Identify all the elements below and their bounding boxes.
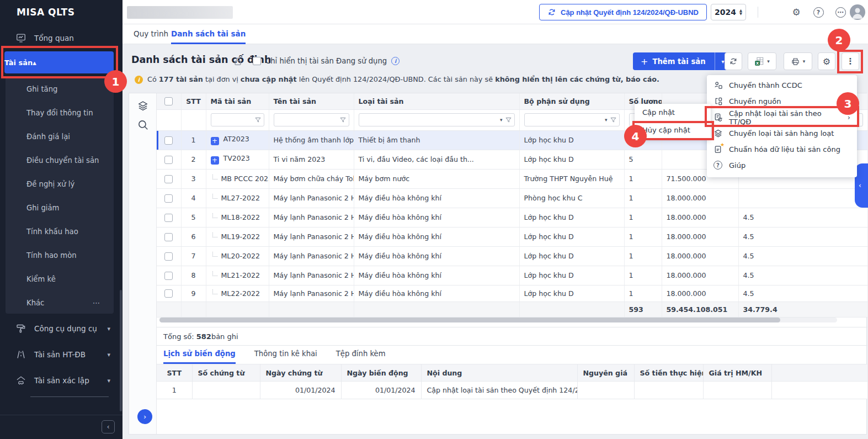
row-checkbox[interactable] xyxy=(164,214,173,222)
expand-panel-button[interactable]: › xyxy=(137,409,152,424)
sidebar-item-tinh-hao-mon[interactable]: Tính hao mòn xyxy=(6,244,114,267)
table-row[interactable]: 4 ML27-2022 Máy lạnh Panasonic 2 HP CS-N… xyxy=(157,188,867,208)
sidebar-item-label: Tài sản xyxy=(4,59,33,67)
layers-icon xyxy=(713,129,723,138)
settings-gear-icon[interactable]: ⚙ xyxy=(789,5,803,19)
svg-text:X: X xyxy=(756,61,759,66)
sidebar-item-dieu-chuyen[interactable]: Điều chuyển tài sản xyxy=(6,149,114,172)
menu-item-bulk-change-type[interactable]: Chuyển loại tài sản hàng loạt xyxy=(707,125,857,141)
sidebar-item-ghi-giam[interactable]: Ghi giảm xyxy=(6,196,114,220)
tab-asset-list[interactable]: Danh sách tài sản xyxy=(171,24,246,44)
layers-icon[interactable] xyxy=(137,100,149,112)
dropdown-caret-icon[interactable]: ▾ xyxy=(500,117,503,123)
unlock-icon[interactable] xyxy=(233,56,243,66)
submenu-item-cancel-update[interactable]: Hủy cập nhật xyxy=(635,121,711,139)
record-count: Tổng số: 582 bản ghi xyxy=(157,327,867,346)
table-row[interactable]: 5 ML18-2022 Máy lạnh Panasonic 2 HP CS-N… xyxy=(157,208,867,227)
col-stt: STT xyxy=(157,364,192,382)
sidebar-item-overview[interactable]: Tổng quan xyxy=(0,26,123,50)
filter-type-select[interactable] xyxy=(361,116,498,124)
sidebar-item-infrastructure[interactable]: Tài sản HT-ĐB ▾ xyxy=(0,342,123,367)
print-button[interactable]: ▾ xyxy=(784,52,812,70)
sidebar-scrollbar[interactable] xyxy=(120,290,122,411)
table-settings-gear-icon[interactable]: ⚙ xyxy=(818,52,835,70)
table-row[interactable]: 7 ML20-2022 Máy lạnh Panasonic 2 HP CS-N… xyxy=(157,246,867,266)
info-icon[interactable]: i xyxy=(391,57,400,65)
col-type[interactable]: Loại tài sản xyxy=(354,93,519,109)
sidebar-item-kiem-ke[interactable]: Kiểm kê xyxy=(6,267,114,291)
menu-item-convert-source[interactable]: Chuyển nguồn xyxy=(707,93,857,109)
col-stt[interactable]: STT xyxy=(181,93,206,109)
search-icon[interactable] xyxy=(137,119,149,131)
add-asset-button[interactable]: + Thêm tài sản ▾ xyxy=(633,52,731,70)
filter-dept-select[interactable] xyxy=(527,116,603,124)
col-name[interactable]: Tên tài sản xyxy=(269,93,354,109)
horizontal-scrollbar[interactable] xyxy=(159,318,837,322)
document-star-icon: ★ xyxy=(713,145,723,154)
car-roof-icon xyxy=(15,375,26,386)
sidebar-item-de-nghi-xu-ly[interactable]: Đề nghị xử lý xyxy=(6,172,114,196)
tree-branch-icon xyxy=(212,289,217,294)
year-stepper-icon[interactable]: ▲▼ xyxy=(739,9,742,15)
update-decision-button[interactable]: Cập nhật Quyết định 124/2024/QĐ-UBND xyxy=(539,4,707,20)
select-all-header[interactable] xyxy=(157,93,181,109)
row-checkbox[interactable] xyxy=(164,175,173,183)
menu-item-standardize-data[interactable]: ★ Chuẩn hóa dữ liệu tài sản công xyxy=(707,141,857,157)
topbar-divider xyxy=(758,7,758,18)
refresh-button[interactable] xyxy=(725,52,742,70)
menu-item-convert-ccdc[interactable]: Chuyển thành CCDC xyxy=(707,77,857,93)
row-checkbox[interactable] xyxy=(164,233,173,241)
sidebar-item-tinh-khau-hao[interactable]: Tính khấu hao xyxy=(6,220,114,244)
submenu-item-update[interactable]: Cập nhật xyxy=(635,104,711,121)
tab-process[interactable]: Quy trình xyxy=(134,24,168,44)
table-row[interactable]: 8 ML21-2022 Máy lạnh Panasonic 2 HP CS-N… xyxy=(157,266,867,285)
table-row[interactable]: 6 ML19-2022 Máy lạnh Panasonic 2 HP CS-N… xyxy=(157,227,867,246)
col-dept[interactable]: Bộ phận sử dụng xyxy=(519,93,624,109)
expand-row-icon[interactable]: + xyxy=(211,137,219,145)
menu-item-update-asset-type[interactable]: Cập nhật loại tài sản theo TT/QĐ › xyxy=(707,109,857,125)
chevron-up-icon: ▴ xyxy=(33,59,36,67)
filter-name-input[interactable] xyxy=(276,116,337,124)
tab-attachments[interactable]: Tệp đính kèm xyxy=(336,346,386,364)
select-all-checkbox[interactable] xyxy=(164,97,173,105)
row-checkbox[interactable] xyxy=(164,289,173,298)
menu-item-help[interactable]: ? Giúp xyxy=(707,157,857,173)
history-row[interactable]: 1 01/01/2024 01/01/2024 Cập nhật loại tà… xyxy=(157,382,867,399)
col-doc-no: Số chứng từ xyxy=(192,364,260,382)
tab-change-history[interactable]: Lịch sử biến động xyxy=(163,346,236,364)
table-row[interactable]: 9 ML22-2022 Máy lạnh Panasonic 2 HP CS-N… xyxy=(157,285,867,302)
scrollbar-thumb[interactable] xyxy=(159,318,780,322)
row-checkbox[interactable] xyxy=(164,156,173,164)
sidebar: MISA QLTS Tổng quan Tài sản ▴ Ghi tăng T… xyxy=(0,0,123,439)
page-title: Danh sách tài sản cố định xyxy=(131,54,271,65)
filter-code-input[interactable] xyxy=(214,116,252,124)
row-checkbox[interactable] xyxy=(164,194,173,203)
dropdown-caret-icon[interactable]: ▾ xyxy=(605,117,608,123)
sidebar-item-ghi-tang[interactable]: Ghi tăng xyxy=(6,77,114,101)
row-checkbox[interactable] xyxy=(164,272,173,280)
year-selector[interactable]: 2024 ▲▼ xyxy=(711,4,746,20)
totals-row: 593 59.454.108.051 34.779.4 xyxy=(157,302,867,317)
tree-branch-icon xyxy=(212,194,217,199)
only-in-use-checkbox[interactable]: Chỉ hiển thị tài sản Đang sử dụng i xyxy=(253,57,400,65)
more-options-icon[interactable]: ⋯ xyxy=(833,5,848,19)
sidebar-collapse-button[interactable]: ‹ xyxy=(102,420,115,433)
more-actions-button[interactable]: ⋮ xyxy=(842,52,859,70)
sidebar-item-established-assets[interactable]: Tài sản xác lập ▾ xyxy=(0,368,123,393)
user-avatar[interactable] xyxy=(850,4,865,20)
sidebar-item-assets[interactable]: Tài sản ▴ xyxy=(4,51,114,73)
tab-declaration-info[interactable]: Thông tin kê khai xyxy=(254,346,317,364)
export-excel-button[interactable]: X ▾ xyxy=(748,52,776,70)
sidebar-item-tools[interactable]: Công cụ dụng cụ ▾ xyxy=(0,316,123,341)
col-code[interactable]: Mã tài sản xyxy=(206,93,269,109)
sidebar-item-khac[interactable]: Khác ⋯ xyxy=(6,291,114,315)
row-checkbox[interactable] xyxy=(164,136,173,145)
checkbox[interactable] xyxy=(253,57,261,65)
warning-banner: i Có 177 tài sản tại đơn vị chưa cập nhậ… xyxy=(135,75,742,84)
sidebar-item-thay-doi-thong-tin[interactable]: Thay đổi thông tin xyxy=(6,101,114,125)
help-icon[interactable]: ? xyxy=(811,5,826,19)
col-content: Nội dung xyxy=(421,364,577,382)
sidebar-item-danh-gia-lai[interactable]: Đánh giá lại xyxy=(6,125,114,149)
expand-row-icon[interactable]: + xyxy=(211,156,219,165)
row-checkbox[interactable] xyxy=(164,252,173,261)
